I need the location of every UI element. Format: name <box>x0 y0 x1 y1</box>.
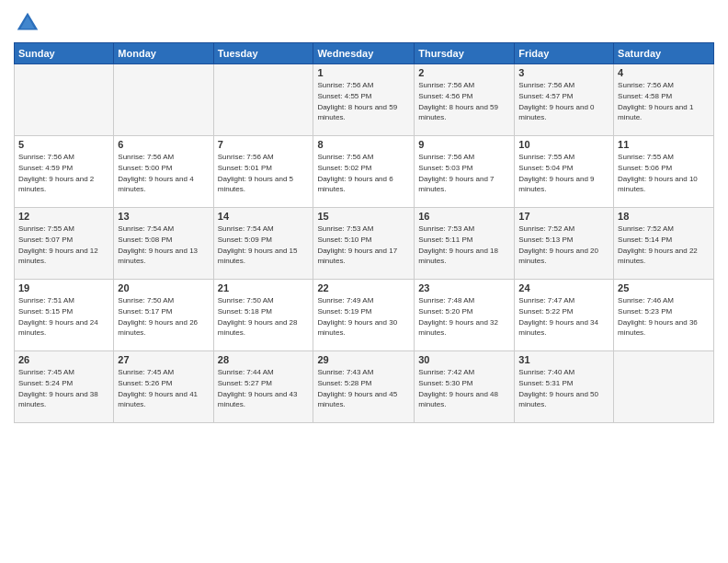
day-number: 16 <box>418 211 510 222</box>
day-number: 21 <box>218 282 310 293</box>
day-number: 23 <box>418 282 510 293</box>
day-number: 6 <box>118 139 209 150</box>
week-row-3: 19Sunrise: 7:51 AMSunset: 5:15 PMDayligh… <box>15 280 714 351</box>
day-number: 24 <box>518 282 609 293</box>
logo <box>14 9 45 37</box>
calendar-cell: 2Sunrise: 7:56 AMSunset: 4:56 PMDaylight… <box>415 64 515 136</box>
calendar-cell: 29Sunrise: 7:43 AMSunset: 5:28 PMDayligh… <box>313 351 415 423</box>
day-info: Sunrise: 7:48 AMSunset: 5:20 PMDaylight:… <box>418 296 498 337</box>
calendar-cell: 31Sunrise: 7:40 AMSunset: 5:31 PMDayligh… <box>515 351 614 423</box>
calendar-cell <box>213 64 313 136</box>
day-number: 10 <box>518 139 609 150</box>
calendar-cell <box>15 64 114 136</box>
weekday-header-wednesday: Wednesday <box>313 43 415 64</box>
day-number: 31 <box>518 354 609 365</box>
day-number: 12 <box>18 211 109 222</box>
weekday-header-tuesday: Tuesday <box>213 43 313 64</box>
calendar-cell: 12Sunrise: 7:55 AMSunset: 5:07 PMDayligh… <box>15 208 114 280</box>
day-number: 2 <box>418 67 510 78</box>
day-number: 29 <box>317 354 410 365</box>
calendar-cell <box>614 351 714 423</box>
calendar-cell: 5Sunrise: 7:56 AMSunset: 4:59 PMDaylight… <box>15 136 114 208</box>
day-info: Sunrise: 7:40 AMSunset: 5:31 PMDaylight:… <box>518 368 598 408</box>
day-number: 9 <box>418 139 510 150</box>
day-number: 3 <box>518 67 609 78</box>
calendar-table: SundayMondayTuesdayWednesdayThursdayFrid… <box>14 42 714 423</box>
day-info: Sunrise: 7:56 AMSunset: 4:55 PMDaylight:… <box>317 81 397 121</box>
weekday-header-monday: Monday <box>114 43 213 64</box>
weekday-header-thursday: Thursday <box>415 43 515 64</box>
calendar-cell: 16Sunrise: 7:53 AMSunset: 5:11 PMDayligh… <box>415 208 515 280</box>
weekday-header-saturday: Saturday <box>614 43 714 64</box>
day-info: Sunrise: 7:55 AMSunset: 5:04 PMDaylight:… <box>518 153 594 193</box>
day-number: 14 <box>218 211 310 222</box>
calendar-cell: 28Sunrise: 7:44 AMSunset: 5:27 PMDayligh… <box>213 351 313 423</box>
weekday-header-row: SundayMondayTuesdayWednesdayThursdayFrid… <box>15 43 714 64</box>
calendar-cell: 8Sunrise: 7:56 AMSunset: 5:02 PMDaylight… <box>313 136 415 208</box>
calendar-cell <box>114 64 213 136</box>
week-row-1: 5Sunrise: 7:56 AMSunset: 4:59 PMDaylight… <box>15 136 714 208</box>
day-info: Sunrise: 7:54 AMSunset: 5:08 PMDaylight:… <box>118 224 198 265</box>
day-info: Sunrise: 7:52 AMSunset: 5:14 PMDaylight:… <box>618 224 698 265</box>
header <box>14 9 714 37</box>
day-number: 30 <box>418 354 510 365</box>
calendar-cell: 15Sunrise: 7:53 AMSunset: 5:10 PMDayligh… <box>313 208 415 280</box>
day-info: Sunrise: 7:56 AMSunset: 5:03 PMDaylight:… <box>418 153 494 193</box>
day-info: Sunrise: 7:54 AMSunset: 5:09 PMDaylight:… <box>218 224 298 265</box>
day-number: 27 <box>118 354 209 365</box>
calendar-cell: 7Sunrise: 7:56 AMSunset: 5:01 PMDaylight… <box>213 136 313 208</box>
calendar-cell: 25Sunrise: 7:46 AMSunset: 5:23 PMDayligh… <box>614 280 714 351</box>
day-info: Sunrise: 7:50 AMSunset: 5:17 PMDaylight:… <box>118 296 198 337</box>
calendar-cell: 1Sunrise: 7:56 AMSunset: 4:55 PMDaylight… <box>313 64 415 136</box>
day-info: Sunrise: 7:53 AMSunset: 5:11 PMDaylight:… <box>418 224 498 265</box>
day-number: 26 <box>18 354 109 365</box>
day-info: Sunrise: 7:45 AMSunset: 5:26 PMDaylight:… <box>118 368 198 408</box>
day-info: Sunrise: 7:56 AMSunset: 4:58 PMDaylight:… <box>618 81 693 121</box>
calendar-cell: 26Sunrise: 7:45 AMSunset: 5:24 PMDayligh… <box>15 351 114 423</box>
calendar-cell: 3Sunrise: 7:56 AMSunset: 4:57 PMDaylight… <box>515 64 614 136</box>
calendar-cell: 24Sunrise: 7:47 AMSunset: 5:22 PMDayligh… <box>515 280 614 351</box>
calendar-cell: 4Sunrise: 7:56 AMSunset: 4:58 PMDaylight… <box>614 64 714 136</box>
day-info: Sunrise: 7:55 AMSunset: 5:07 PMDaylight:… <box>18 224 98 265</box>
weekday-header-friday: Friday <box>515 43 614 64</box>
day-info: Sunrise: 7:52 AMSunset: 5:13 PMDaylight:… <box>518 224 598 265</box>
day-info: Sunrise: 7:50 AMSunset: 5:18 PMDaylight:… <box>218 296 298 337</box>
day-info: Sunrise: 7:56 AMSunset: 5:01 PMDaylight:… <box>218 153 293 193</box>
day-info: Sunrise: 7:56 AMSunset: 4:56 PMDaylight:… <box>418 81 498 121</box>
calendar-cell: 10Sunrise: 7:55 AMSunset: 5:04 PMDayligh… <box>515 136 614 208</box>
calendar-cell: 11Sunrise: 7:55 AMSunset: 5:06 PMDayligh… <box>614 136 714 208</box>
calendar-cell: 17Sunrise: 7:52 AMSunset: 5:13 PMDayligh… <box>515 208 614 280</box>
calendar-cell: 9Sunrise: 7:56 AMSunset: 5:03 PMDaylight… <box>415 136 515 208</box>
day-number: 18 <box>618 211 710 222</box>
calendar-cell: 27Sunrise: 7:45 AMSunset: 5:26 PMDayligh… <box>114 351 213 423</box>
calendar-cell: 14Sunrise: 7:54 AMSunset: 5:09 PMDayligh… <box>213 208 313 280</box>
calendar-cell: 21Sunrise: 7:50 AMSunset: 5:18 PMDayligh… <box>213 280 313 351</box>
calendar-cell: 19Sunrise: 7:51 AMSunset: 5:15 PMDayligh… <box>15 280 114 351</box>
week-row-0: 1Sunrise: 7:56 AMSunset: 4:55 PMDaylight… <box>15 64 714 136</box>
day-number: 13 <box>118 211 209 222</box>
week-row-2: 12Sunrise: 7:55 AMSunset: 5:07 PMDayligh… <box>15 208 714 280</box>
day-info: Sunrise: 7:43 AMSunset: 5:28 PMDaylight:… <box>317 368 397 408</box>
day-info: Sunrise: 7:56 AMSunset: 4:57 PMDaylight:… <box>518 81 594 121</box>
day-number: 17 <box>518 211 609 222</box>
day-number: 1 <box>317 67 410 78</box>
day-info: Sunrise: 7:47 AMSunset: 5:22 PMDaylight:… <box>518 296 598 337</box>
calendar-cell: 18Sunrise: 7:52 AMSunset: 5:14 PMDayligh… <box>614 208 714 280</box>
day-info: Sunrise: 7:46 AMSunset: 5:23 PMDaylight:… <box>618 296 698 337</box>
day-number: 22 <box>317 282 410 293</box>
day-number: 11 <box>618 139 710 150</box>
day-info: Sunrise: 7:51 AMSunset: 5:15 PMDaylight:… <box>18 296 98 337</box>
calendar-cell: 23Sunrise: 7:48 AMSunset: 5:20 PMDayligh… <box>415 280 515 351</box>
day-number: 4 <box>618 67 710 78</box>
day-info: Sunrise: 7:45 AMSunset: 5:24 PMDaylight:… <box>18 368 98 408</box>
day-number: 15 <box>317 211 410 222</box>
logo-icon <box>14 9 41 37</box>
page: SundayMondayTuesdayWednesdayThursdayFrid… <box>0 0 728 563</box>
calendar-cell: 6Sunrise: 7:56 AMSunset: 5:00 PMDaylight… <box>114 136 213 208</box>
day-number: 7 <box>218 139 310 150</box>
day-info: Sunrise: 7:49 AMSunset: 5:19 PMDaylight:… <box>317 296 397 337</box>
day-info: Sunrise: 7:55 AMSunset: 5:06 PMDaylight:… <box>618 153 698 193</box>
weekday-header-sunday: Sunday <box>15 43 114 64</box>
day-info: Sunrise: 7:56 AMSunset: 5:00 PMDaylight:… <box>118 153 193 193</box>
day-number: 5 <box>18 139 109 150</box>
